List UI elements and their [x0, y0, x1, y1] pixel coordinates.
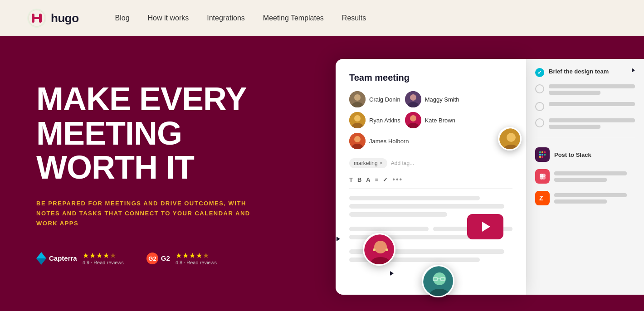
capterra-stars: ★★★★★: [83, 251, 124, 260]
tag-marketing[interactable]: marketing ×: [349, 158, 387, 168]
add-tag[interactable]: Add tag...: [391, 160, 414, 166]
play-button[interactable]: [467, 214, 503, 239]
capterra-label: Capterra: [49, 254, 77, 262]
attendee-kate: Kate Brown: [405, 112, 455, 128]
main-nav: Blog How it works Integrations Meeting T…: [115, 14, 366, 22]
toolbar-align[interactable]: A: [366, 176, 370, 183]
toolbar-bold[interactable]: B: [357, 176, 361, 183]
avatar-james: [349, 133, 366, 149]
svg-marker-5: [36, 252, 46, 258]
task-arrow-icon: [632, 68, 635, 73]
svg-text:G2: G2: [148, 255, 156, 262]
svg-point-25: [507, 133, 516, 142]
nav-meeting-templates[interactable]: Meeting Templates: [263, 14, 324, 22]
attendees-list: Craig Donin Maggy Smith Ryan Atkins: [349, 91, 512, 149]
meeting-title: Team meeting: [349, 73, 512, 83]
avatar-maggy: [405, 91, 421, 107]
attendee-name-craig: Craig Donin: [369, 96, 400, 103]
check-icon: ✓: [537, 69, 542, 76]
avatar-craig: [349, 91, 366, 107]
header: hugo Blog How it works Integrations Meet…: [0, 0, 644, 36]
svg-point-13: [410, 94, 416, 101]
toolbar-more[interactable]: •••: [392, 175, 403, 184]
logo[interactable]: hugo: [27, 9, 79, 28]
nav-integrations[interactable]: Integrations: [207, 14, 245, 22]
svg-point-22: [354, 136, 361, 142]
task-title: Brief the design team: [549, 68, 627, 75]
attendee-name-kate: Kate Brown: [425, 117, 455, 124]
svg-point-44: [385, 248, 388, 251]
g2-icon: G2: [146, 253, 158, 264]
capterra-rating: Capterra ★★★★★ 4.9 · Read reviews: [36, 251, 124, 265]
g2-rating-info: ★★★★★ 4.8 · Read reviews: [176, 251, 217, 265]
floating-avatar-bottom-1: [363, 233, 395, 266]
nav-results[interactable]: Results: [342, 14, 366, 22]
g2-label: G2: [161, 254, 170, 262]
floating-avatar-1-image: [499, 128, 522, 151]
floating-avatar-container-1: [498, 127, 522, 151]
task-text: Brief the design team: [549, 68, 627, 75]
editor-toolbar: T B A ≡ ✓ •••: [349, 175, 512, 189]
svg-point-43: [373, 248, 376, 251]
cursor-1: [337, 237, 340, 241]
nav-how-it-works[interactable]: How it works: [148, 14, 189, 22]
capterra-rating-info: ★★★★★ 4.9 · Read reviews: [83, 251, 124, 265]
g2-stars: ★★★★★: [176, 251, 217, 260]
nav-blog[interactable]: Blog: [115, 14, 130, 22]
toolbar-text[interactable]: T: [349, 176, 353, 183]
content-line-2: [349, 204, 504, 209]
svg-point-16: [354, 115, 361, 121]
tags-row: marketing × Add tag...: [349, 158, 512, 168]
toolbar-list[interactable]: ≡: [375, 176, 379, 183]
hero-subtitle: BE PREPARED FOR MEETINGS AND DRIVE OUTCO…: [36, 199, 263, 228]
toolbar-check[interactable]: ✓: [383, 176, 388, 183]
task-checkbox[interactable]: ✓: [535, 68, 544, 77]
avatar-ryan: [349, 112, 366, 128]
cursor-2: [390, 271, 394, 276]
svg-marker-6: [36, 258, 46, 265]
cursor-arrow-1: [337, 237, 340, 241]
play-icon: [482, 222, 490, 232]
svg-rect-4: [33, 17, 40, 19]
svg-point-41: [374, 241, 387, 253]
attendee-maggy: Maggy Smith: [405, 91, 459, 107]
floating-avatar-bottom-2: [422, 265, 454, 297]
task-item-brief: ✓ Brief the design team: [535, 68, 635, 77]
avatar-kate: [405, 112, 421, 128]
floating-avatar-1: [498, 127, 522, 151]
tag-remove[interactable]: ×: [380, 160, 383, 166]
hero-section: MAKE EVERY MEETING WORTH IT BE PREPARED …: [0, 36, 644, 311]
capterra-logo: Capterra: [36, 252, 77, 265]
g2-logo: G2 G2: [146, 253, 170, 264]
g2-review-text[interactable]: 4.8 · Read reviews: [176, 260, 217, 265]
task-expand[interactable]: [632, 68, 635, 73]
content-line-3: [349, 212, 447, 217]
capterra-review-text[interactable]: 4.9 · Read reviews: [83, 260, 124, 265]
cursor-arrow-2: [390, 271, 394, 276]
logo-icon: [27, 9, 46, 28]
svg-point-10: [354, 94, 361, 101]
content-line-1: [349, 196, 480, 200]
logo-text: hugo: [51, 11, 79, 25]
attendee-james: James Holborn: [349, 133, 409, 149]
attendee-name-ryan: Ryan Atkins: [369, 117, 400, 124]
attendee-name-maggy: Maggy Smith: [425, 96, 459, 103]
attendee-craig: Craig Donin: [349, 91, 400, 107]
svg-point-19: [410, 115, 416, 121]
attendee-name-james: James Holborn: [369, 138, 409, 145]
meeting-card: Team meeting Craig Donin Maggy Smith: [336, 59, 526, 295]
capterra-icon: [36, 252, 46, 265]
g2-rating: G2 G2 ★★★★★ 4.8 · Read reviews: [146, 251, 217, 265]
attendee-ryan: Ryan Atkins: [349, 112, 400, 128]
